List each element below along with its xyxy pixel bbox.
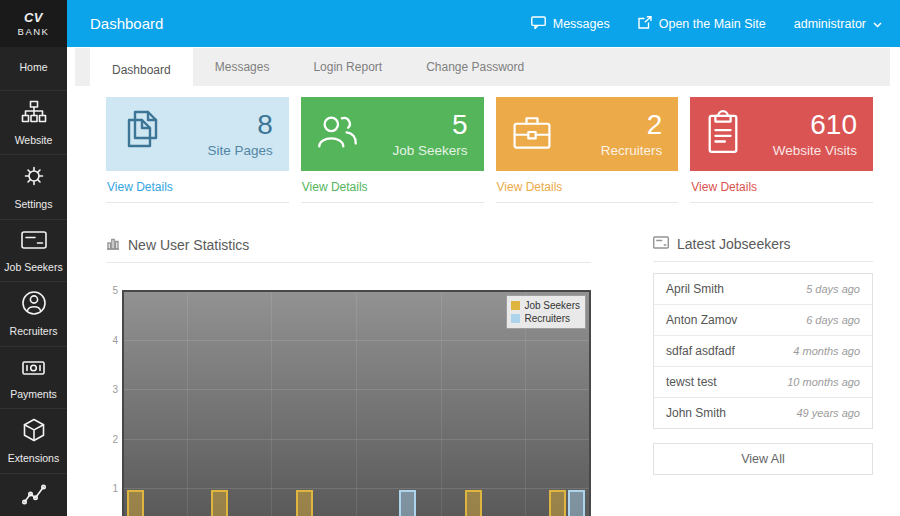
- user-menu-label: administrator: [794, 17, 866, 31]
- jobseeker-name: sdfaf asdfadf: [666, 344, 735, 358]
- open-main-site-link[interactable]: Open the Main Site: [638, 16, 766, 32]
- sidebar-item-recruiters[interactable]: Recruiters: [0, 281, 67, 346]
- view-details-link[interactable]: View Details: [690, 171, 873, 203]
- chart-bar-job-seekers: [127, 490, 144, 516]
- stat-value: 5: [392, 111, 467, 139]
- external-link-icon: [638, 16, 652, 32]
- jobseeker-row: sdfaf asdfadf 4 months ago: [654, 336, 872, 367]
- sidebar-item-website[interactable]: Website: [0, 90, 67, 155]
- cube-icon: [21, 417, 47, 447]
- jobseeker-name: Anton Zamov: [666, 313, 737, 327]
- jobseeker-name: April Smith: [666, 282, 724, 296]
- sidebar-item-label: Extensions: [8, 453, 59, 465]
- clipboard-icon: [704, 109, 742, 159]
- sidebar-item-extensions[interactable]: Extensions: [0, 408, 67, 473]
- tab-bar: Dashboard Messages Login Report Change P…: [75, 48, 890, 86]
- sidebar-item-payments[interactable]: Payments: [0, 346, 67, 409]
- legend-label: Job Seekers: [524, 299, 580, 312]
- list-card-icon: [653, 236, 669, 252]
- chart-panel-title: New User Statistics: [128, 237, 249, 253]
- stat-label: Website Visits: [773, 143, 857, 158]
- divider: [106, 262, 591, 263]
- sidebar-item-statistics[interactable]: Statistics: [0, 473, 67, 516]
- messages-label: Messages: [553, 17, 610, 31]
- jobseeker-row: John Smith 49 years ago: [654, 398, 872, 428]
- sidebar-item-job-seekers[interactable]: Job Seekers: [0, 219, 67, 282]
- open-main-site-label: Open the Main Site: [659, 17, 766, 31]
- bar-chart-icon: [106, 236, 120, 253]
- jobseeker-name: tewst test: [666, 375, 717, 389]
- sidebar-item-label: Website: [15, 135, 53, 147]
- tab-login-report[interactable]: Login Report: [291, 48, 404, 86]
- jobseekers-panel-title: Latest Jobseekers: [677, 236, 791, 252]
- sidebar-item-label: Home: [19, 62, 47, 74]
- jobseeker-time: 49 years ago: [796, 407, 860, 419]
- sidebar-item-label: Settings: [15, 199, 53, 211]
- legend-swatch-recruiters: [511, 314, 520, 323]
- tab-label: Change Password: [426, 60, 524, 74]
- jobseeker-time: 6 days ago: [806, 314, 860, 326]
- stat-value: 8: [207, 111, 272, 139]
- sidebar-item-settings[interactable]: Settings: [0, 154, 67, 219]
- legend-entry: Job Seekers: [511, 299, 580, 312]
- y-axis-tick: 4: [106, 335, 118, 346]
- lower-section: New User Statistics 5 4 3 2 1: [106, 236, 873, 516]
- line-chart-icon: [21, 482, 47, 512]
- gear-icon: [21, 163, 47, 193]
- chart-bar-recruiters: [399, 490, 416, 516]
- legend-swatch-job-seekers: [511, 301, 520, 310]
- jobseeker-time: 10 months ago: [787, 376, 860, 388]
- gridline: [271, 292, 272, 516]
- logo-line2: BANK: [18, 26, 50, 37]
- content: 8 Site Pages View Details 5 Job Seekers …: [67, 86, 900, 516]
- stat-card-box: 610 Website Visits: [690, 97, 873, 171]
- legend-entry: Recruiters: [511, 312, 580, 325]
- tab-dashboard[interactable]: Dashboard: [90, 48, 193, 91]
- user-menu[interactable]: administrator: [794, 17, 882, 31]
- latest-jobseekers-panel: Latest Jobseekers April Smith 5 days ago…: [653, 236, 873, 516]
- chart-bar-job-seekers: [296, 490, 313, 516]
- new-user-statistics-panel: New User Statistics 5 4 3 2 1: [106, 236, 591, 516]
- view-details-link[interactable]: View Details: [496, 171, 679, 203]
- jobseeker-time: 5 days ago: [806, 283, 860, 295]
- tab-label: Messages: [215, 60, 270, 74]
- tab-change-password[interactable]: Change Password: [404, 48, 546, 86]
- y-axis-tick: 3: [106, 384, 118, 395]
- jobseeker-row: Anton Zamov 6 days ago: [654, 305, 872, 336]
- view-all-button[interactable]: View All: [653, 443, 873, 475]
- stat-label: Recruiters: [601, 143, 663, 158]
- stat-value: 610: [773, 111, 857, 139]
- tab-messages[interactable]: Messages: [193, 48, 292, 86]
- app-logo: CV BANK: [0, 0, 67, 47]
- chevron-down-icon: [873, 17, 882, 31]
- sidebar-item-home[interactable]: Home: [0, 47, 67, 90]
- stat-card-recruiters: 2 Recruiters View Details: [496, 97, 679, 203]
- divider: [653, 261, 873, 262]
- chart-bar-recruiters: [568, 490, 585, 516]
- stat-card-website-visits: 610 Website Visits View Details: [690, 97, 873, 203]
- logo-line1: CV: [24, 10, 43, 25]
- chart-bar-job-seekers: [549, 490, 566, 516]
- tab-label: Dashboard: [112, 63, 171, 77]
- messages-link[interactable]: Messages: [531, 16, 610, 32]
- person-circle-icon: [21, 290, 47, 320]
- pages-icon: [120, 108, 164, 160]
- y-axis-tick: 1: [106, 483, 118, 494]
- stat-card-box: 5 Job Seekers: [301, 97, 484, 171]
- stat-value: 2: [601, 111, 663, 139]
- id-card-icon: [20, 228, 48, 256]
- view-details-link[interactable]: View Details: [106, 171, 289, 203]
- sidebar-item-label: Payments: [10, 389, 57, 401]
- sidebar-item-label: Job Seekers: [4, 262, 62, 274]
- chart-bar-job-seekers: [211, 490, 228, 516]
- y-axis-tick: 2: [106, 434, 118, 445]
- briefcase-icon: [510, 111, 554, 157]
- chart: 5 4 3 2 1: [106, 290, 591, 516]
- topbar: Dashboard Messages Open the Main Site ad…: [67, 0, 900, 47]
- page-title: Dashboard: [90, 15, 163, 32]
- sidebar-item-label: Recruiters: [10, 326, 58, 338]
- view-details-link[interactable]: View Details: [301, 171, 484, 203]
- chart-panel-header: New User Statistics: [106, 236, 591, 253]
- tab-label: Login Report: [313, 60, 382, 74]
- chart-legend: Job Seekers Recruiters: [506, 295, 586, 329]
